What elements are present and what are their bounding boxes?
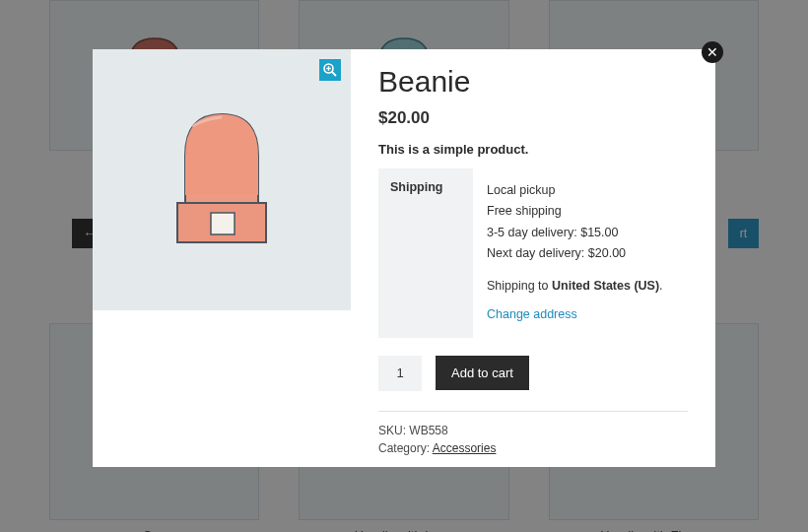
quantity-input[interactable] [378, 356, 422, 391]
product-details-panel: Beanie $20.00 This is a simple product. … [351, 49, 715, 467]
close-icon: ✕ [707, 44, 718, 60]
product-price: $20.00 [378, 108, 688, 128]
shipping-option: 3-5 day delivery: $15.00 [487, 223, 663, 243]
shipping-option: Free shipping [487, 201, 663, 222]
shipping-option: Next day delivery: $20.00 [487, 243, 663, 264]
product-description: This is a simple product. [378, 142, 688, 157]
shipping-option: Local pickup [487, 180, 663, 201]
product-quickview-modal: ✕ Beanie $20.00 This is a simple product… [93, 49, 715, 467]
product-image-beanie[interactable] [148, 97, 296, 264]
category-link[interactable]: Accessories [433, 441, 497, 455]
product-image-panel [93, 49, 351, 310]
sku-value: WB558 [409, 424, 447, 437]
add-to-cart-row: Add to cart [378, 356, 688, 391]
svg-line-5 [332, 72, 336, 76]
divider [378, 411, 688, 412]
change-address-link[interactable]: Change address [487, 304, 577, 325]
shipping-box: Shipping Local pickup Free shipping 3-5 … [378, 168, 688, 338]
shipping-destination: Shipping to United States (US). [487, 276, 663, 297]
product-meta: SKU: WB558 Category: Accessories [378, 422, 688, 457]
magnify-plus-icon [323, 63, 337, 77]
zoom-button[interactable] [319, 59, 341, 81]
shipping-options: Local pickup Free shipping 3-5 day deliv… [473, 168, 677, 338]
category-line: Category: Accessories [378, 439, 688, 457]
add-to-cart-button[interactable]: Add to cart [436, 356, 529, 390]
sku-line: SKU: WB558 [378, 422, 688, 439]
shipping-label: Shipping [378, 168, 473, 338]
svg-rect-9 [211, 213, 235, 234]
product-title: Beanie [378, 65, 688, 99]
close-button[interactable]: ✕ [702, 41, 723, 63]
